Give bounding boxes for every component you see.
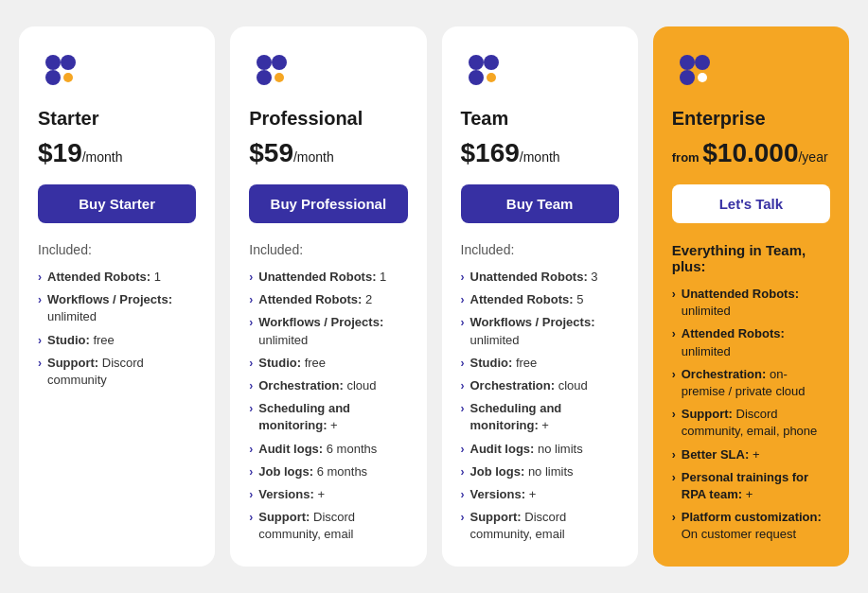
arrow-icon: › bbox=[672, 510, 676, 526]
professional-name: Professional bbox=[249, 108, 407, 130]
svg-point-14 bbox=[680, 70, 695, 85]
feature-text: Unattended Robots: 3 bbox=[470, 269, 598, 286]
svg-point-5 bbox=[272, 55, 287, 70]
list-item: ›Audit logs: no limits bbox=[461, 441, 619, 458]
list-item: ›Unattended Robots: unlimited bbox=[672, 286, 830, 320]
list-item: ›Job logs: 6 months bbox=[249, 463, 407, 480]
list-item: ›Studio: free bbox=[249, 355, 407, 372]
arrow-icon: › bbox=[461, 270, 465, 286]
arrow-icon: › bbox=[38, 292, 42, 308]
list-item: ›Better SLA: + bbox=[672, 446, 830, 463]
plan-card-starter: Starter$19/monthBuy StarterIncluded:›Att… bbox=[19, 26, 215, 566]
pricing-container: Starter$19/monthBuy StarterIncluded:›Att… bbox=[19, 26, 849, 566]
list-item: ›Support: Discord community, email bbox=[249, 509, 407, 543]
arrow-icon: › bbox=[461, 356, 465, 372]
arrow-icon: › bbox=[38, 333, 42, 349]
feature-text: Versions: + bbox=[258, 486, 325, 503]
arrow-icon: › bbox=[38, 356, 42, 372]
arrow-icon: › bbox=[249, 487, 253, 503]
feature-text: Better SLA: + bbox=[682, 446, 760, 463]
professional-price: $59/month bbox=[249, 137, 407, 169]
svg-point-8 bbox=[469, 55, 484, 70]
feature-text: Support: Discord community bbox=[47, 355, 196, 389]
team-button[interactable]: Buy Team bbox=[461, 184, 619, 223]
svg-point-11 bbox=[487, 73, 496, 82]
feature-text: Versions: + bbox=[470, 486, 537, 503]
plan-card-team: Team$169/monthBuy TeamIncluded:›Unattend… bbox=[442, 26, 638, 566]
list-item: ›Platform customization: On customer req… bbox=[672, 509, 830, 543]
list-item: ›Workflows / Projects: unlimited bbox=[38, 291, 196, 325]
feature-text: Scheduling and monitoring: + bbox=[470, 400, 619, 434]
feature-text: Orchestration: cloud bbox=[470, 377, 588, 394]
feature-text: Studio: free bbox=[258, 355, 326, 372]
list-item: ›Attended Robots: 2 bbox=[249, 291, 407, 308]
arrow-icon: › bbox=[249, 510, 253, 526]
enterprise-button[interactable]: Let's Talk bbox=[672, 184, 830, 223]
svg-point-1 bbox=[61, 55, 76, 70]
list-item: ›Unattended Robots: 3 bbox=[461, 269, 619, 286]
feature-text: Orchestration: cloud bbox=[258, 377, 376, 394]
starter-price: $19/month bbox=[38, 137, 196, 169]
team-included-label: Included: bbox=[461, 242, 619, 257]
team-logo bbox=[461, 49, 506, 95]
enterprise-included-label: Everything in Team, plus: bbox=[672, 242, 830, 274]
list-item: ›Studio: free bbox=[38, 332, 196, 349]
starter-button[interactable]: Buy Starter bbox=[38, 184, 196, 223]
list-item: ›Attended Robots: unlimited bbox=[672, 325, 830, 359]
starter-included-label: Included: bbox=[38, 242, 196, 257]
feature-text: Studio: free bbox=[47, 332, 115, 349]
feature-text: Personal trainings for RPA team: + bbox=[682, 469, 830, 503]
arrow-icon: › bbox=[672, 326, 676, 342]
arrow-icon: › bbox=[672, 367, 676, 383]
arrow-icon: › bbox=[461, 510, 465, 526]
starter-logo bbox=[38, 49, 83, 95]
feature-text: Support: Discord community, email bbox=[258, 509, 407, 543]
arrow-icon: › bbox=[249, 315, 253, 331]
svg-point-4 bbox=[257, 55, 272, 70]
starter-name: Starter bbox=[38, 108, 196, 130]
arrow-icon: › bbox=[249, 378, 253, 394]
feature-text: Job logs: 6 months bbox=[258, 463, 367, 480]
feature-text: Unattended Robots: 1 bbox=[258, 269, 386, 286]
professional-button[interactable]: Buy Professional bbox=[249, 184, 407, 223]
professional-features-list: ›Unattended Robots: 1›Attended Robots: 2… bbox=[249, 269, 407, 543]
feature-text: Attended Robots: unlimited bbox=[682, 325, 830, 359]
feature-text: Attended Robots: 2 bbox=[258, 291, 372, 308]
feature-text: Studio: free bbox=[470, 355, 538, 372]
feature-text: Workflows / Projects: unlimited bbox=[47, 291, 196, 325]
arrow-icon: › bbox=[461, 487, 465, 503]
list-item: ›Studio: free bbox=[461, 355, 619, 372]
starter-features-list: ›Attended Robots: 1›Workflows / Projects… bbox=[38, 269, 196, 389]
list-item: ›Scheduling and monitoring: + bbox=[461, 400, 619, 434]
arrow-icon: › bbox=[249, 442, 253, 458]
feature-text: Platform customization: On customer requ… bbox=[682, 509, 830, 543]
list-item: ›Personal trainings for RPA team: + bbox=[672, 469, 830, 503]
professional-logo bbox=[249, 49, 294, 95]
svg-point-3 bbox=[63, 73, 73, 82]
arrow-icon: › bbox=[461, 315, 465, 331]
list-item: ›Support: Discord community bbox=[38, 355, 196, 389]
svg-point-12 bbox=[680, 55, 695, 70]
svg-point-13 bbox=[695, 55, 710, 70]
professional-included-label: Included: bbox=[249, 242, 407, 257]
svg-point-2 bbox=[45, 70, 61, 85]
arrow-icon: › bbox=[461, 378, 465, 394]
feature-text: Support: Discord community, email bbox=[470, 509, 619, 543]
arrow-icon: › bbox=[249, 292, 253, 308]
arrow-icon: › bbox=[461, 442, 465, 458]
list-item: ›Job logs: no limits bbox=[461, 463, 619, 480]
feature-text: Unattended Robots: unlimited bbox=[682, 286, 830, 320]
feature-text: Orchestration: on-premise / private clou… bbox=[682, 366, 830, 400]
plan-card-professional: Professional$59/monthBuy ProfessionalInc… bbox=[230, 26, 426, 566]
team-name: Team bbox=[461, 108, 619, 130]
arrow-icon: › bbox=[672, 470, 676, 486]
list-item: ›Workflows / Projects: unlimited bbox=[461, 314, 619, 348]
arrow-icon: › bbox=[672, 287, 676, 303]
arrow-icon: › bbox=[461, 401, 465, 417]
arrow-icon: › bbox=[249, 401, 253, 417]
feature-text: Audit logs: no limits bbox=[470, 441, 583, 458]
arrow-icon: › bbox=[461, 464, 465, 480]
arrow-icon: › bbox=[249, 356, 253, 372]
list-item: ›Scheduling and monitoring: + bbox=[249, 400, 407, 434]
list-item: ›Support: Discord community, email bbox=[461, 509, 619, 543]
